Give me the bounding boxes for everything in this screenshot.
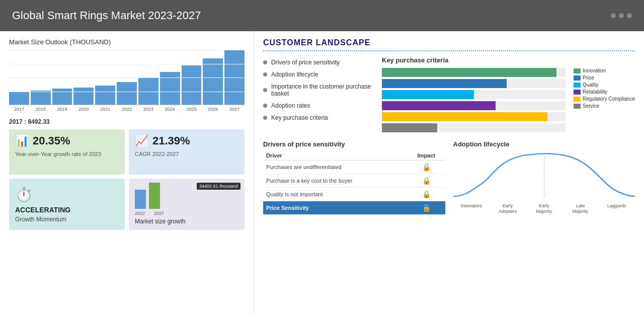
- kpc-bar-track-2: [382, 90, 566, 99]
- chart-label-2017: 2017: [9, 107, 29, 112]
- drivers-area: Drivers of price sensitivity Driver Impa…: [263, 140, 445, 215]
- legend-label-3: Relatability: [583, 89, 607, 95]
- legend-label-0: Innovation: [583, 68, 606, 73]
- chart-bar-2027: [224, 50, 245, 105]
- legend-item-3: Relatability: [574, 89, 635, 95]
- chart-label-2019: 2019: [52, 107, 72, 112]
- chart-label-2021: 2021: [95, 107, 115, 112]
- kpc-bar-track-0: [382, 68, 566, 77]
- adoption-title: Adoption lifecycle: [453, 140, 635, 148]
- nav-item-4[interactable]: Key purchase criteria: [263, 112, 374, 124]
- kpc-bar-fill-1: [382, 79, 507, 88]
- accel-title: ACCELERATING: [15, 206, 119, 214]
- chart-label-2022: 2022: [117, 107, 137, 112]
- right-top-section: Drivers of price sensitivityAdoption lif…: [263, 56, 635, 134]
- chart-bar-2019: [52, 89, 72, 105]
- legend-item-5: Service: [574, 103, 635, 109]
- chart-bar-2017: [9, 92, 29, 105]
- legend-swatch-1: [574, 75, 581, 81]
- kpc-bar-row-1: [382, 79, 566, 88]
- market-label: Market size growth: [135, 218, 238, 225]
- driver-impact-2: 🔒: [408, 188, 445, 201]
- page-title: Global Smart Rings Market 2023-2027: [12, 9, 201, 22]
- yoy-label: Year-over-Year growth rate of 2023: [15, 150, 119, 158]
- kpc-chart: InnovationPriceQualityRelatabilityRegula…: [382, 68, 635, 134]
- customer-landscape-title: CUSTOMER LANDSCAPE: [263, 38, 635, 51]
- legend-item-4: Regulatory Compliance: [574, 96, 635, 102]
- nav-label-2: Importance in the customer purchase bask…: [271, 83, 374, 97]
- kpc-legend: InnovationPriceQualityRelatabilityRegula…: [574, 68, 635, 109]
- driver-row-0: Purchases are undifferentiated🔒: [263, 161, 445, 174]
- page-header: Global Smart Rings Market 2023-2027: [0, 0, 644, 31]
- kpc-bar-track-1: [382, 79, 566, 88]
- chart-bar-2024: [160, 72, 180, 105]
- legend-label-1: Price: [583, 75, 594, 81]
- chart-label-2027: 2027: [224, 107, 245, 112]
- nav-dot-1: [263, 72, 267, 76]
- growth-icon: 📊: [15, 134, 29, 147]
- drivers-col-impact: Impact: [408, 151, 445, 161]
- chart-bar-2022: [117, 82, 137, 105]
- driver-impact-0: 🔒: [408, 161, 445, 174]
- year-2017-value: 2017 : 8492.33: [9, 118, 245, 125]
- nav-item-3[interactable]: Adoption rates: [263, 100, 374, 112]
- kpc-bar-row-4: [382, 112, 566, 121]
- nav-item-1[interactable]: Adoption lifecycle: [263, 68, 374, 81]
- chart-label-2026: 2026: [203, 107, 223, 112]
- kpc-bar-track-4: [382, 112, 566, 121]
- lock-icon-3: 🔒: [422, 204, 431, 212]
- market-bar-2022: [135, 190, 146, 209]
- driver-impact-1: 🔒: [408, 174, 445, 188]
- lock-icon-1: 🔒: [422, 177, 431, 185]
- drivers-table: Driver Impact Purchases are undifferenti…: [263, 151, 445, 215]
- legend-swatch-4: [574, 97, 581, 102]
- chart-label-2020: 2020: [73, 107, 94, 112]
- chart-bar-2023: [138, 78, 158, 105]
- chart-bar-2020: [73, 88, 94, 105]
- nav-dot-0: [263, 60, 267, 64]
- cagr-card: 📈 21.39% CAGR 2022-2027: [129, 129, 245, 175]
- chart-label-2018: 2018: [31, 107, 51, 112]
- nav-label-1: Adoption lifecycle: [271, 71, 318, 78]
- accelerating-card: ⏱️ ACCELERATING Growth Momentum: [9, 179, 125, 230]
- kpc-section: Key purchase criteria InnovationPriceQua…: [382, 56, 635, 134]
- nav-label-0: Drivers of price sensitivity: [271, 59, 340, 66]
- legend-swatch-3: [574, 90, 581, 95]
- chart-bar-2018: [31, 91, 51, 105]
- driver-row-2: Quality is not important🔒: [263, 188, 445, 201]
- nav-label-4: Key purchase criteria: [271, 114, 328, 121]
- adoption-labels: InnovatorsEarlyAdoptersEarlyMajorityLate…: [453, 203, 635, 214]
- drivers-col-driver: Driver: [263, 151, 408, 161]
- yoy-growth-card: 📊 20.35% Year-over-Year growth rate of 2…: [9, 129, 125, 175]
- kpc-bar-fill-0: [382, 68, 556, 77]
- lock-icon-2: 🔒: [422, 190, 431, 198]
- market-years: 2022 2027: [135, 211, 238, 216]
- lock-icon-0: 🔒: [422, 163, 431, 171]
- nav-item-0[interactable]: Drivers of price sensitivity: [263, 56, 374, 68]
- chart-label-2023: 2023: [138, 107, 158, 112]
- legend-label-4: Regulatory Compliance: [583, 96, 635, 102]
- driver-row-3: Price Sensitivity🔒: [263, 201, 445, 215]
- bar-chart: 2017201820192020202120222023202420252026…: [9, 50, 245, 115]
- yoy-value: 20.35%: [33, 134, 70, 147]
- nav-dot-2: [263, 88, 267, 92]
- adoption-label-3: LateMajority: [562, 203, 598, 214]
- right-bottom-section: Drivers of price sensitivity Driver Impa…: [263, 140, 635, 215]
- adoption-label-0: Innovators: [453, 203, 490, 214]
- chart-label-2025: 2025: [182, 107, 202, 112]
- cagr-icon: 📈: [135, 134, 148, 147]
- nav-item-2[interactable]: Importance in the customer purchase bask…: [263, 81, 374, 100]
- adoption-label-4: Laggards: [599, 203, 635, 214]
- legend-item-1: Price: [574, 75, 635, 81]
- market-year2: 2027: [154, 211, 164, 216]
- gauge-icon: ⏱️: [15, 186, 119, 203]
- driver-name-3: Price Sensitivity: [263, 201, 408, 215]
- nav-dot-3: [263, 104, 267, 108]
- chart-bar-2021: [95, 86, 115, 105]
- kpc-bar-fill-2: [382, 90, 474, 99]
- stat-cards-row2: ⏱️ ACCELERATING Growth Momentum 34402.61…: [9, 179, 245, 230]
- stat-cards-row1: 📊 20.35% Year-over-Year growth rate of 2…: [9, 129, 245, 175]
- kpc-bar-row-3: [382, 101, 566, 110]
- nav-label-3: Adoption rates: [271, 102, 310, 109]
- kpc-bar-fill-5: [382, 123, 437, 132]
